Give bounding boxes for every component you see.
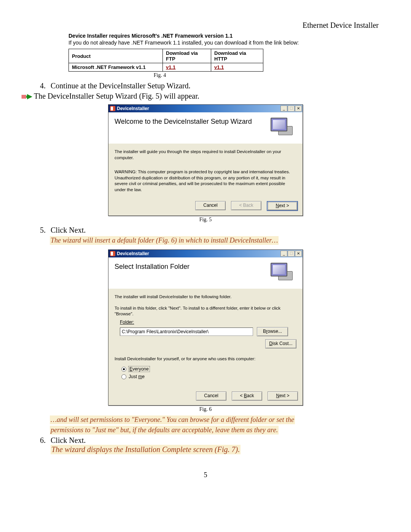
svg-rect-2 [24,95,25,99]
cancel-button[interactable]: Cancel [196,391,226,401]
back-button: < Back [231,201,261,210]
back-button[interactable]: < Back [232,391,262,401]
td-ftp: v1.1 [163,63,211,72]
step6-highlight1: …and will set permissions to "Everyone."… [50,415,295,424]
step5-highlight: The wizard will insert a default folder … [50,236,279,245]
folder-label: Folder: [120,320,134,325]
next-button[interactable]: Next > [267,201,298,211]
step4-arrow-text: The DeviceInstaller Setup Wizard (Fig. 5… [34,92,199,101]
welcome-p2: WARNING: This computer program is protec… [115,169,296,193]
titlebar: DeviceInstaller _ ☐ ✕ [108,105,303,112]
svg-rect-1 [23,95,24,99]
radio-everyone[interactable] [121,367,126,372]
close-icon[interactable]: ✕ [295,251,302,257]
folder-p2: To install in this folder, click "Next".… [115,305,296,317]
computer-icon [270,263,296,282]
http-link[interactable]: v1.1 [214,64,224,70]
intro-bold: Device Installer requires Microsoft's .N… [68,33,379,39]
installer-icon [110,251,115,256]
table-row: Microsoft .NET Framework v1.1 v1.1 v1.1 [69,63,263,72]
page-header-title: Ethernet Device Installer [32,21,379,30]
ftp-link[interactable]: v1.1 [166,64,175,70]
th-ftp: Download via FTP [163,49,211,63]
welcome-p1: The installer will guide you through the… [115,149,296,161]
svg-rect-0 [22,95,22,99]
radio-justme[interactable] [121,374,126,379]
intro-plain: If you do not already have .NET Framewor… [68,40,379,46]
disk-cost-button[interactable]: Disk Cost... [265,339,296,348]
th-http: Download via HTTP [211,49,263,63]
folder-p1: The installer will install DeviceInstall… [115,294,296,300]
svg-rect-3 [25,95,26,99]
radio-justme-label: Just me [129,374,145,379]
titlebar: DeviceInstaller _ ☐ ✕ [108,250,303,257]
step-4: Continue at the DeviceInstaller Setup Wi… [48,81,379,90]
dialog-folder: DeviceInstaller _ ☐ ✕ Select Installatio… [108,249,303,406]
step-6: Click Next. The wizard displays the Inst… [48,436,379,456]
dialog-heading: Select Installation Folder [115,263,190,271]
dialog-welcome: DeviceInstaller _ ☐ ✕ Welcome to the Dev… [108,104,303,216]
step-5: Click Next. [48,226,379,235]
cancel-button[interactable]: Cancel [195,201,226,210]
th-product: Product [69,49,163,63]
step4-text: Continue at the DeviceInstaller Setup Wi… [51,81,191,90]
td-product: Microsoft .NET Framework v1.1 [69,63,163,72]
maximize-icon: ☐ [288,105,295,112]
fig4-caption: Fig. 4 [68,72,251,78]
arrow-icon [22,92,32,101]
fig5-caption: Fig. 5 [32,217,379,223]
download-table: Product Download via FTP Download via HT… [68,49,263,72]
page-number: 5 [32,471,379,479]
dialog-heading: Welcome to the DeviceInstaller Setup Wiz… [115,118,252,126]
td-http: v1.1 [211,63,263,72]
step5-text: Click Next. [51,226,86,234]
minimize-icon[interactable]: _ [280,105,287,112]
install-for-text: Install DeviceInstaller for yourself, or… [115,356,296,362]
window-title: DeviceInstaller [117,251,149,256]
window-title: DeviceInstaller [117,106,149,111]
folder-input[interactable] [120,328,253,336]
browse-button[interactable]: Browse... [257,327,288,336]
step6-text: Click Next. [51,436,86,444]
installer-icon [110,106,115,111]
computer-icon [270,118,296,137]
maximize-icon: ☐ [288,251,295,257]
step6-highlight2: permissions to "Just me" but, if the def… [50,426,279,435]
minimize-icon[interactable]: _ [280,251,287,257]
fig6-caption: Fig. 6 [32,406,379,412]
table-header-row: Product Download via FTP Download via HT… [69,49,263,63]
close-icon[interactable]: ✕ [295,105,302,112]
radio-everyone-label: Everyone [129,366,150,372]
step6-highlight3: The wizard displays the Installation Com… [51,445,241,454]
next-button[interactable]: Next > [268,391,298,401]
